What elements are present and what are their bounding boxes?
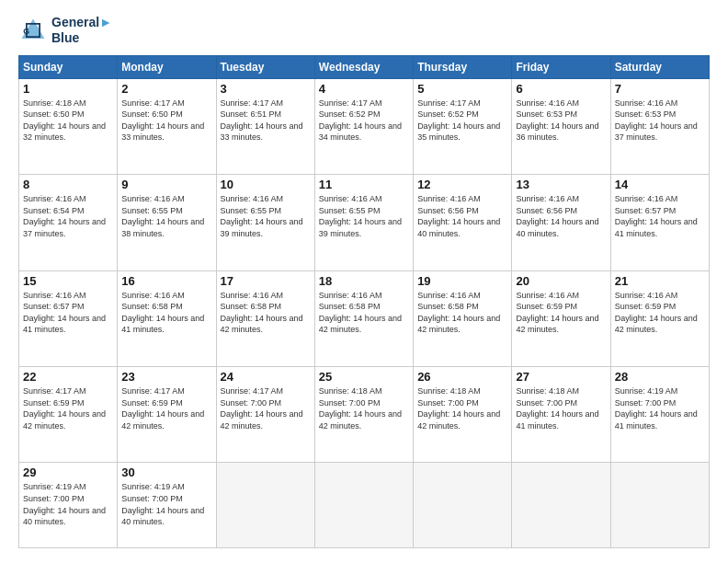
calendar-table: SundayMondayTuesdayWednesdayThursdayFrid…	[18, 55, 710, 548]
calendar-day-27: 27Sunrise: 4:18 AMSunset: 7:00 PMDayligh…	[512, 366, 610, 462]
day-number: 10	[221, 178, 311, 191]
calendar-day-15: 15Sunrise: 4:16 AMSunset: 6:57 PMDayligh…	[19, 270, 118, 366]
day-detail: Sunrise: 4:16 AMSunset: 6:58 PMDaylight:…	[221, 290, 311, 336]
day-number: 18	[319, 274, 409, 288]
calendar-header-friday: Friday	[512, 55, 610, 78]
day-detail: Sunrise: 4:18 AMSunset: 7:00 PMDaylight:…	[319, 385, 409, 431]
day-number: 7	[615, 82, 705, 96]
day-detail: Sunrise: 4:17 AMSunset: 6:59 PMDaylight:…	[121, 385, 211, 431]
day-number: 26	[417, 370, 507, 384]
day-number: 29	[23, 465, 113, 479]
day-detail: Sunrise: 4:16 AMSunset: 6:58 PMDaylight:…	[417, 290, 507, 336]
day-number: 6	[516, 82, 606, 96]
day-detail: Sunrise: 4:16 AMSunset: 6:53 PMDaylight:…	[615, 98, 705, 144]
day-number: 8	[23, 178, 113, 191]
calendar-week-row: 15Sunrise: 4:16 AMSunset: 6:57 PMDayligh…	[19, 270, 710, 366]
day-number: 23	[121, 370, 211, 384]
day-detail: Sunrise: 4:19 AMSunset: 7:00 PMDaylight:…	[23, 481, 113, 527]
day-number: 30	[121, 465, 211, 479]
svg-text:G: G	[23, 26, 29, 35]
day-number: 12	[417, 178, 507, 191]
calendar-day-5: 5Sunrise: 4:17 AMSunset: 6:52 PMDaylight…	[414, 78, 512, 174]
day-detail: Sunrise: 4:17 AMSunset: 6:50 PMDaylight:…	[121, 98, 211, 144]
calendar-day-28: 28Sunrise: 4:19 AMSunset: 7:00 PMDayligh…	[610, 366, 709, 462]
calendar-header-tuesday: Tuesday	[216, 55, 314, 78]
day-number: 14	[615, 178, 705, 191]
calendar-day-1: 1Sunrise: 4:18 AMSunset: 6:50 PMDaylight…	[19, 78, 118, 174]
day-detail: Sunrise: 4:17 AMSunset: 6:52 PMDaylight:…	[319, 98, 409, 144]
day-detail: Sunrise: 4:19 AMSunset: 7:00 PMDaylight:…	[615, 385, 705, 431]
calendar-day-empty	[216, 463, 314, 548]
day-detail: Sunrise: 4:19 AMSunset: 7:00 PMDaylight:…	[121, 481, 211, 527]
day-number: 27	[516, 370, 606, 384]
calendar-day-14: 14Sunrise: 4:16 AMSunset: 6:57 PMDayligh…	[610, 175, 709, 270]
day-number: 28	[615, 370, 705, 384]
calendar-day-20: 20Sunrise: 4:16 AMSunset: 6:59 PMDayligh…	[512, 270, 610, 366]
header: G General► Blue	[18, 15, 710, 46]
calendar-day-17: 17Sunrise: 4:16 AMSunset: 6:58 PMDayligh…	[216, 270, 314, 366]
logo: G General► Blue	[18, 15, 112, 46]
calendar-week-row: 29Sunrise: 4:19 AMSunset: 7:00 PMDayligh…	[19, 463, 710, 548]
calendar-day-30: 30Sunrise: 4:19 AMSunset: 7:00 PMDayligh…	[118, 463, 216, 548]
day-detail: Sunrise: 4:16 AMSunset: 6:59 PMDaylight:…	[516, 290, 606, 336]
calendar-day-3: 3Sunrise: 4:17 AMSunset: 6:51 PMDaylight…	[216, 78, 314, 174]
day-detail: Sunrise: 4:17 AMSunset: 7:00 PMDaylight:…	[221, 385, 311, 431]
calendar-header-wednesday: Wednesday	[314, 55, 413, 78]
day-number: 25	[319, 370, 409, 384]
calendar-header-row: SundayMondayTuesdayWednesdayThursdayFrid…	[19, 55, 710, 78]
day-detail: Sunrise: 4:18 AMSunset: 7:00 PMDaylight:…	[417, 385, 507, 431]
calendar-day-empty	[512, 463, 610, 548]
day-number: 20	[516, 274, 606, 288]
calendar-day-9: 9Sunrise: 4:16 AMSunset: 6:55 PMDaylight…	[118, 175, 216, 270]
day-detail: Sunrise: 4:16 AMSunset: 6:58 PMDaylight:…	[319, 290, 409, 336]
day-detail: Sunrise: 4:17 AMSunset: 6:52 PMDaylight:…	[417, 98, 507, 144]
day-number: 2	[121, 82, 211, 96]
calendar-day-7: 7Sunrise: 4:16 AMSunset: 6:53 PMDaylight…	[610, 78, 709, 174]
day-detail: Sunrise: 4:16 AMSunset: 6:59 PMDaylight:…	[615, 290, 705, 336]
calendar-day-19: 19Sunrise: 4:16 AMSunset: 6:58 PMDayligh…	[414, 270, 512, 366]
day-detail: Sunrise: 4:16 AMSunset: 6:56 PMDaylight:…	[516, 193, 606, 239]
calendar-day-23: 23Sunrise: 4:17 AMSunset: 6:59 PMDayligh…	[118, 366, 216, 462]
logo-text: General► Blue	[51, 15, 112, 46]
day-number: 11	[319, 178, 409, 191]
day-number: 4	[319, 82, 409, 96]
calendar-day-13: 13Sunrise: 4:16 AMSunset: 6:56 PMDayligh…	[512, 175, 610, 270]
calendar-day-21: 21Sunrise: 4:16 AMSunset: 6:59 PMDayligh…	[610, 270, 709, 366]
calendar-day-2: 2Sunrise: 4:17 AMSunset: 6:50 PMDaylight…	[118, 78, 216, 174]
calendar-day-22: 22Sunrise: 4:17 AMSunset: 6:59 PMDayligh…	[19, 366, 118, 462]
calendar-header-monday: Monday	[118, 55, 216, 78]
day-detail: Sunrise: 4:17 AMSunset: 6:59 PMDaylight:…	[23, 385, 113, 431]
day-number: 3	[221, 82, 311, 96]
day-detail: Sunrise: 4:16 AMSunset: 6:58 PMDaylight:…	[121, 290, 211, 336]
calendar-day-18: 18Sunrise: 4:16 AMSunset: 6:58 PMDayligh…	[314, 270, 413, 366]
calendar-day-8: 8Sunrise: 4:16 AMSunset: 6:54 PMDaylight…	[19, 175, 118, 270]
page: G General► Blue SundayMondayTuesdayWedne…	[0, 0, 728, 563]
calendar-day-10: 10Sunrise: 4:16 AMSunset: 6:55 PMDayligh…	[216, 175, 314, 270]
calendar-day-12: 12Sunrise: 4:16 AMSunset: 6:56 PMDayligh…	[414, 175, 512, 270]
calendar-header-thursday: Thursday	[414, 55, 512, 78]
calendar-day-16: 16Sunrise: 4:16 AMSunset: 6:58 PMDayligh…	[118, 270, 216, 366]
calendar-day-26: 26Sunrise: 4:18 AMSunset: 7:00 PMDayligh…	[414, 366, 512, 462]
day-detail: Sunrise: 4:16 AMSunset: 6:53 PMDaylight:…	[516, 98, 606, 144]
calendar-day-empty	[314, 463, 413, 548]
day-detail: Sunrise: 4:16 AMSunset: 6:57 PMDaylight:…	[23, 290, 113, 336]
day-number: 24	[221, 370, 311, 384]
day-number: 13	[516, 178, 606, 191]
calendar-header-saturday: Saturday	[610, 55, 709, 78]
day-number: 19	[417, 274, 507, 288]
day-detail: Sunrise: 4:18 AMSunset: 6:50 PMDaylight:…	[23, 98, 113, 144]
day-number: 21	[615, 274, 705, 288]
day-number: 22	[23, 370, 113, 384]
calendar-day-6: 6Sunrise: 4:16 AMSunset: 6:53 PMDaylight…	[512, 78, 610, 174]
calendar-day-empty	[414, 463, 512, 548]
day-number: 1	[23, 82, 113, 96]
day-detail: Sunrise: 4:17 AMSunset: 6:51 PMDaylight:…	[221, 98, 311, 144]
calendar-body: 1Sunrise: 4:18 AMSunset: 6:50 PMDaylight…	[19, 78, 710, 547]
day-detail: Sunrise: 4:18 AMSunset: 7:00 PMDaylight:…	[516, 385, 606, 431]
calendar-week-row: 8Sunrise: 4:16 AMSunset: 6:54 PMDaylight…	[19, 175, 710, 270]
calendar-day-29: 29Sunrise: 4:19 AMSunset: 7:00 PMDayligh…	[19, 463, 118, 548]
day-number: 16	[121, 274, 211, 288]
day-detail: Sunrise: 4:16 AMSunset: 6:55 PMDaylight:…	[319, 193, 409, 239]
day-detail: Sunrise: 4:16 AMSunset: 6:54 PMDaylight:…	[23, 193, 113, 239]
calendar-day-empty	[610, 463, 709, 548]
